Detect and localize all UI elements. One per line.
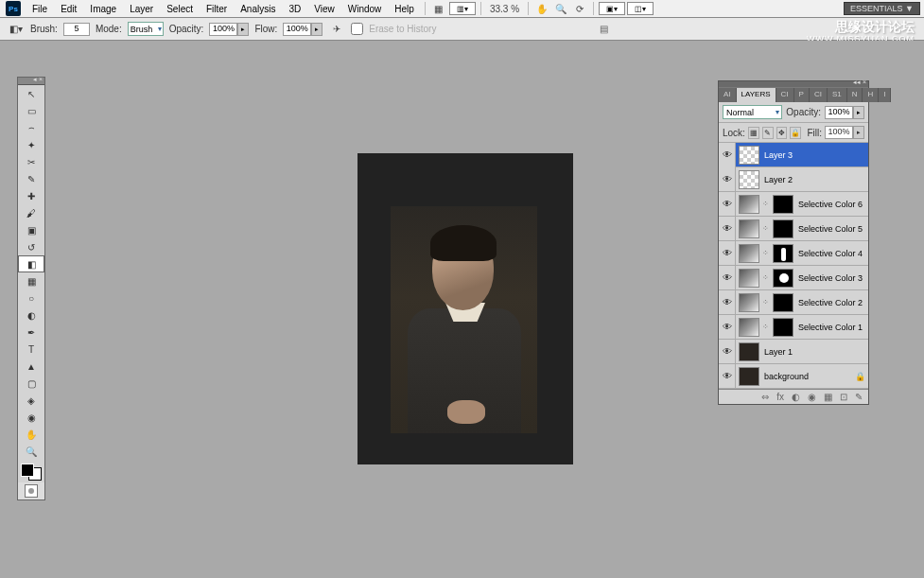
extras-dropdown[interactable]: ◫▾: [627, 2, 654, 15]
layer-row[interactable]: 👁Layer 1: [719, 340, 868, 364]
layer-name[interactable]: background: [762, 372, 855, 381]
visibility-toggle[interactable]: 👁: [719, 266, 736, 290]
gradient-tool[interactable]: ▦: [18, 272, 44, 289]
zoom-icon[interactable]: 🔍: [552, 2, 569, 15]
layer-name[interactable]: Layer 3: [762, 150, 868, 160]
mode-select[interactable]: Brush: [128, 22, 164, 36]
layer-thumbnail[interactable]: [739, 195, 759, 214]
blur-tool[interactable]: ○: [18, 289, 44, 307]
menu-analysis[interactable]: Analysis: [235, 2, 281, 16]
panel-tab-layers[interactable]: LAYERS: [737, 88, 776, 102]
eraser-preset-icon[interactable]: ◧▾: [8, 23, 25, 36]
layer-thumbnail[interactable]: [739, 367, 759, 386]
layer-row[interactable]: 👁⁘Selective Color 5: [719, 217, 868, 241]
flow-input[interactable]: 100%: [283, 23, 311, 36]
eyedropper-tool[interactable]: ✎: [18, 170, 44, 187]
layer-thumbnail[interactable]: [739, 318, 759, 337]
layer-row[interactable]: 👁⁘Selective Color 2: [719, 290, 868, 315]
layer-fx-icon[interactable]: fx: [776, 392, 784, 402]
layer-name[interactable]: Selective Color 4: [796, 249, 868, 258]
visibility-toggle[interactable]: 👁: [719, 167, 736, 192]
mask-thumbnail[interactable]: [773, 195, 793, 214]
workspace-switcher[interactable]: ESSENTIALS ▼: [844, 2, 920, 15]
panel-tab-i[interactable]: I: [879, 88, 891, 102]
layer-name[interactable]: Selective Color 1: [796, 323, 868, 332]
dodge-tool[interactable]: ◐: [18, 307, 44, 324]
3d-camera-tool[interactable]: ◉: [18, 409, 44, 426]
layer-thumbnail[interactable]: [739, 269, 759, 288]
layer-group-icon[interactable]: ▦: [824, 392, 832, 402]
layer-row[interactable]: 👁⁘Selective Color 3: [719, 266, 868, 290]
visibility-toggle[interactable]: 👁: [719, 241, 736, 266]
layer-name[interactable]: Layer 1: [762, 347, 868, 357]
layer-thumbnail[interactable]: [739, 244, 759, 263]
lasso-tool[interactable]: ⌢: [18, 119, 44, 136]
layer-thumbnail[interactable]: [739, 342, 759, 361]
adjustment-layer-icon[interactable]: ◉: [808, 392, 816, 402]
marquee-tool[interactable]: ▭: [18, 102, 44, 119]
mask-thumbnail[interactable]: [773, 318, 793, 337]
layer-opacity-input[interactable]: 100%: [825, 106, 853, 119]
layer-row[interactable]: 👁⁘Selective Color 6: [719, 192, 868, 217]
visibility-toggle[interactable]: 👁: [719, 217, 736, 241]
clone-stamp-tool[interactable]: ▣: [18, 221, 44, 238]
panel-tab-ai[interactable]: AI: [719, 88, 737, 102]
layer-thumbnail[interactable]: [739, 146, 759, 165]
crop-tool[interactable]: ✂: [18, 153, 44, 170]
arrange-docs-dropdown[interactable]: ▥▾: [449, 2, 476, 15]
menu-file[interactable]: File: [26, 2, 53, 16]
toggle-panels-icon[interactable]: ▤: [595, 23, 612, 36]
layer-row[interactable]: 👁Layer 3: [719, 143, 868, 167]
menu-filter[interactable]: Filter: [200, 2, 233, 16]
layer-name[interactable]: Selective Color 6: [796, 200, 868, 209]
document-canvas[interactable]: [357, 153, 573, 464]
visibility-toggle[interactable]: 👁: [719, 364, 736, 389]
menu-image[interactable]: Image: [84, 2, 122, 16]
layer-row[interactable]: 👁Layer 2: [719, 167, 868, 192]
brush-tool[interactable]: 🖌: [18, 204, 44, 221]
zoom-level[interactable]: 33.3 %: [486, 4, 523, 14]
quick-mask-toggle[interactable]: [18, 482, 44, 499]
visibility-toggle[interactable]: 👁: [719, 192, 736, 217]
type-tool[interactable]: T: [18, 341, 44, 358]
lock-all-icon[interactable]: 🔒: [790, 127, 801, 139]
airbrush-icon[interactable]: ✈: [328, 23, 345, 36]
visibility-toggle[interactable]: 👁: [719, 143, 736, 167]
erase-history-checkbox[interactable]: [351, 23, 363, 35]
panel-drag-bar[interactable]: [719, 81, 868, 87]
new-layer-icon[interactable]: ⊡: [840, 392, 847, 402]
mask-thumbnail[interactable]: [773, 219, 793, 238]
healing-brush-tool[interactable]: ✚: [18, 187, 44, 204]
rectangle-tool[interactable]: ▢: [18, 375, 44, 392]
launch-bridge-icon[interactable]: ▦: [430, 2, 447, 15]
brush-size-input[interactable]: 5: [63, 23, 90, 36]
lock-position-icon[interactable]: ✥: [776, 127, 788, 139]
panel-tab-h[interactable]: H: [863, 88, 879, 102]
panel-tab-ci[interactable]: CI: [810, 88, 828, 102]
eraser-tool[interactable]: ◧: [18, 255, 44, 272]
move-tool[interactable]: ↖: [18, 85, 44, 102]
lock-pixels-icon[interactable]: ✎: [762, 127, 774, 139]
panel-tab-p[interactable]: P: [794, 88, 810, 102]
visibility-toggle[interactable]: 👁: [719, 290, 736, 315]
layer-thumbnail[interactable]: [739, 219, 759, 238]
mask-thumbnail[interactable]: [773, 244, 793, 263]
layer-name[interactable]: Selective Color 5: [796, 224, 868, 234]
opacity-input[interactable]: 100%: [209, 23, 237, 36]
menu-view[interactable]: View: [308, 2, 340, 16]
layer-row[interactable]: 👁⁘Selective Color 4: [719, 241, 868, 266]
lock-transparency-icon[interactable]: ▦: [748, 127, 759, 139]
menu-edit[interactable]: Edit: [55, 2, 82, 16]
visibility-toggle[interactable]: 👁: [719, 315, 736, 340]
layer-name[interactable]: Layer 2: [762, 175, 868, 184]
menu-layer[interactable]: Layer: [124, 2, 159, 16]
fill-flyout[interactable]: ▸: [853, 126, 864, 139]
layer-name[interactable]: Selective Color 2: [796, 298, 868, 307]
color-swatch[interactable]: [18, 462, 44, 482]
panel-tab-ci[interactable]: CI: [776, 88, 794, 102]
opacity-flyout[interactable]: ▸: [237, 23, 249, 36]
layer-opacity-flyout[interactable]: ▸: [853, 106, 864, 119]
visibility-toggle[interactable]: 👁: [719, 340, 736, 364]
link-layers-icon[interactable]: ⇔: [761, 392, 769, 402]
rotate-icon[interactable]: ⟳: [571, 2, 588, 15]
